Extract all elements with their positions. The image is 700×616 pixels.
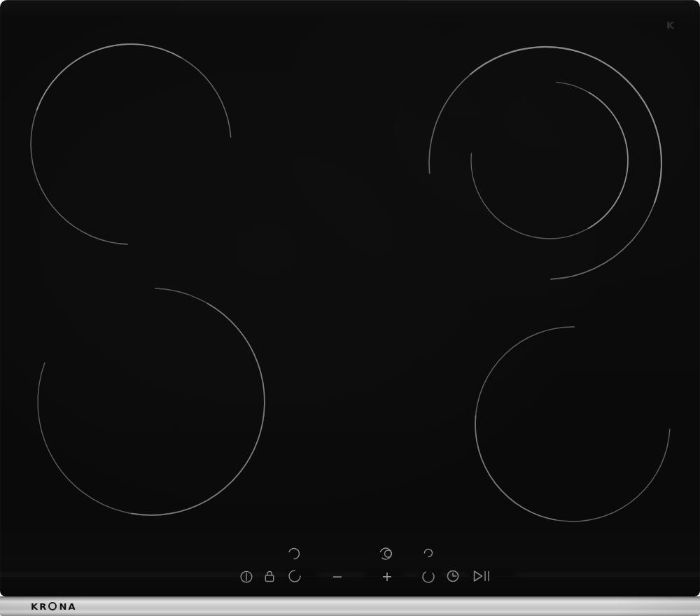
reflection-blob	[419, 573, 442, 577]
front-bevel-reflection	[0, 572, 700, 577]
glass-panel: K	[0, 0, 700, 596]
etched-brand-mark: K	[666, 20, 683, 34]
brand-logo: KRNA	[31, 601, 77, 612]
brand-logo-o-ring-icon	[48, 602, 57, 610]
decrease-button[interactable]: −	[328, 568, 346, 584]
increase-button[interactable]: +	[378, 568, 396, 584]
cooktop-photo: K	[0, 0, 700, 616]
brand-logo-pre: KR	[31, 601, 48, 612]
steel-trim: KRNA	[0, 596, 700, 616]
reflection-blob	[468, 573, 517, 577]
brand-logo-post: NA	[59, 601, 76, 612]
reflection-blob	[286, 573, 318, 577]
